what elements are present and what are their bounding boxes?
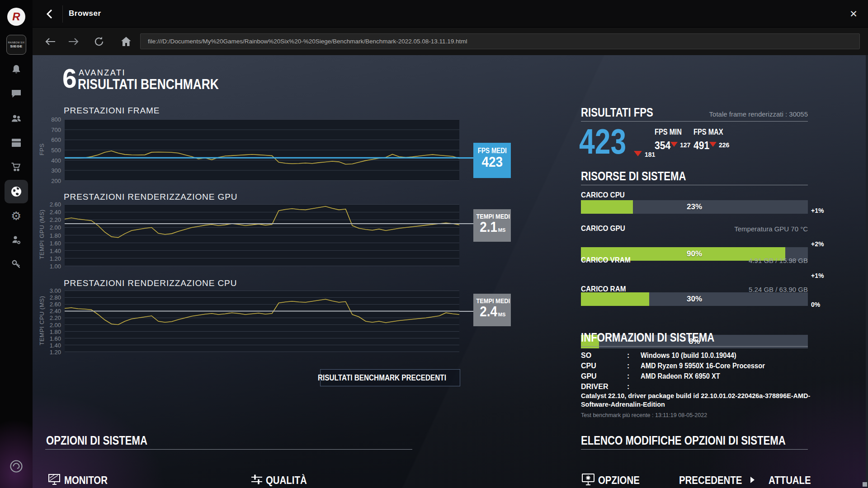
browser-globe-tab[interactable] <box>5 180 28 203</box>
chart-frame-plot <box>65 119 459 181</box>
chart-cpu-ylabel: TEMPI CPU (MS) <box>38 290 45 352</box>
sysinfo-key-driver: DRIVER <box>581 383 608 391</box>
ram-load-delta: 0% <box>811 301 820 308</box>
rainbow-six-logo[interactable]: R <box>7 8 25 26</box>
fps-results-heading: RISULTATI FPS <box>581 106 669 120</box>
system-options-rule <box>45 449 412 450</box>
quality-sliders-icon <box>250 473 263 486</box>
game-tile-siege[interactable]: RAINBOW SIX SIEGE <box>6 35 26 55</box>
news-icon[interactable] <box>10 137 22 149</box>
chart-frame-ylabel: FPS <box>38 118 45 180</box>
monitor-icon <box>48 473 61 486</box>
scrollbar-grip[interactable] <box>863 482 867 487</box>
option-monitor-gear-icon <box>581 473 595 486</box>
game-tile-label2: SIEGE <box>10 44 23 48</box>
forward-arrow-icon[interactable] <box>67 35 80 48</box>
ram-load-label: CARICO RAM <box>581 285 631 294</box>
chart-gpu-connector <box>459 223 473 224</box>
chart-gpu-plot <box>65 204 459 266</box>
account-settings-icon[interactable] <box>10 234 22 246</box>
store-cart-icon[interactable] <box>10 161 22 173</box>
fps-min-label: FPS MIN <box>655 127 688 137</box>
gpu-tempi-medi-badge: TEMPI MEDI 2.1MS <box>473 209 511 242</box>
reload-icon[interactable] <box>93 35 105 48</box>
page-scrollbar[interactable] <box>866 55 868 488</box>
fps-min-drop-icon <box>670 142 678 147</box>
gpu-load-delta: +2% <box>811 240 824 248</box>
total-frames-label: Totale frame renderizzati : 30055 <box>709 110 808 118</box>
chart-gpu-title: PRESTAZIONI RENDERIZZAZIONE GPU <box>64 192 237 202</box>
settings-gear-icon[interactable]: ⚙ <box>11 210 21 222</box>
cpu-load-delta: +1% <box>811 207 824 214</box>
sysinfo-value-gpu: AMD Radeon RX 6950 XT <box>641 372 727 380</box>
siege-six-logo: 6 <box>62 65 77 92</box>
sysinfo-value-so: Windows 10 (build 10.0.19044) <box>641 352 745 360</box>
url-input[interactable] <box>140 33 860 49</box>
fps-average-drop-icon <box>634 151 642 156</box>
globe-icon <box>10 185 23 198</box>
sysinfo-colon: : <box>627 352 629 360</box>
cpu-load-label: CARICO CPU <box>581 191 630 200</box>
sysinfo-key-so: SO <box>581 352 591 360</box>
chart-cpu-plot <box>65 291 459 352</box>
chart-cpu-title: PRESTAZIONI RENDERIZZAZIONE CPU <box>64 278 237 288</box>
back-arrow-icon[interactable] <box>44 35 57 48</box>
back-chevron-icon[interactable] <box>42 6 58 22</box>
sysinfo-heading-rule <box>581 346 808 347</box>
vram-load-bar: 30% <box>581 292 808 306</box>
sysinfo-colon: : <box>627 383 629 391</box>
sysinfo-value-cpu: AMD Ryzen 9 5950X 16-Core Processor <box>641 362 776 370</box>
chart-frame-connector <box>459 157 473 159</box>
game-tile-label: RAINBOW SIX <box>8 41 25 44</box>
app-window: R RAINBOW SIX SIEGE ⚙ <box>0 0 868 488</box>
chart-frame-title: PRESTAZIONI FRAME <box>64 106 160 116</box>
cpu-load-percent: 23% <box>581 202 808 211</box>
cpu-tempi-medi-badge: TEMPI MEDI 2.4MS <box>473 294 511 326</box>
sysinfo-key-cpu: CPU <box>581 362 596 370</box>
notifications-bell-icon[interactable] <box>10 64 22 75</box>
ubisoft-logo-icon[interactable] <box>9 459 24 474</box>
close-icon[interactable]: ✕ <box>844 5 863 23</box>
driver-detail: Catalyst 22.10, driver package build id … <box>581 391 816 408</box>
system-options-heading: OPZIONI DI SISTEMA <box>46 434 170 448</box>
sysinfo-colon: : <box>627 372 629 380</box>
browser-toolbar <box>33 28 868 55</box>
friends-icon[interactable] <box>10 113 22 124</box>
changes-rule <box>581 449 808 450</box>
vram-load-delta: +1% <box>811 272 824 279</box>
home-icon[interactable] <box>120 35 132 48</box>
chat-icon[interactable] <box>10 88 22 99</box>
quality-column-label: QUALITÀ <box>266 474 314 487</box>
header-title: RISULTATI BENCHMARK <box>78 76 244 93</box>
key-icon[interactable] <box>10 258 22 270</box>
ram-usage-label: 5.24 GB / 63.90 GB <box>749 286 808 293</box>
previous-arrow-icon <box>750 477 755 483</box>
fps-max-label: FPS MAX <box>693 127 730 137</box>
title-bar: Browser <box>33 0 868 28</box>
resources-heading: RISORSE DI SISTEMA <box>581 169 709 183</box>
rainbow-six-logo-glyph: R <box>12 10 20 23</box>
vram-usage-label: 4.91 GB / 15.98 GB <box>749 257 808 264</box>
previous-column-label: PRECEDENTE <box>679 474 753 487</box>
gpu-load-label: CARICO GPU <box>581 224 630 233</box>
fps-max-delta: 226 <box>719 141 729 149</box>
benchmark-page: 6 AVANZATI RISULTATI BENCHMARK PRESTAZIO… <box>33 55 868 488</box>
sysinfo-heading: INFORMAZIONI DI SISTEMA <box>581 331 744 345</box>
sysinfo-colon: : <box>627 362 629 370</box>
sidebar: R RAINBOW SIX SIEGE ⚙ <box>0 0 33 488</box>
fps-medi-badge: FPS MEDI 423 <box>473 143 511 178</box>
vram-load-label: CARICO VRAM <box>581 256 636 265</box>
sysinfo-key-gpu: GPU <box>581 372 597 380</box>
page-title: Browser <box>69 9 101 18</box>
cpu-load-bar: 23% <box>581 200 808 214</box>
fps-max-drop-icon <box>709 142 717 147</box>
titlebar-divider <box>62 5 63 23</box>
resources-heading-rule <box>581 185 808 185</box>
chart-cpu-connector <box>459 311 473 312</box>
vram-load-percent: 30% <box>581 295 808 304</box>
option-column-label: OPZIONE <box>598 474 647 487</box>
chart-gpu-ylabel: TEMPI GPU (MS) <box>38 203 45 265</box>
changes-heading: ELENCO MODIFICHE OPZIONI DI SISTEMA <box>581 434 830 448</box>
fps-average-delta: 181 <box>645 151 655 158</box>
previous-benchmarks-button[interactable]: RISULTATI BENCHMARK PRECEDENTI <box>320 369 460 386</box>
